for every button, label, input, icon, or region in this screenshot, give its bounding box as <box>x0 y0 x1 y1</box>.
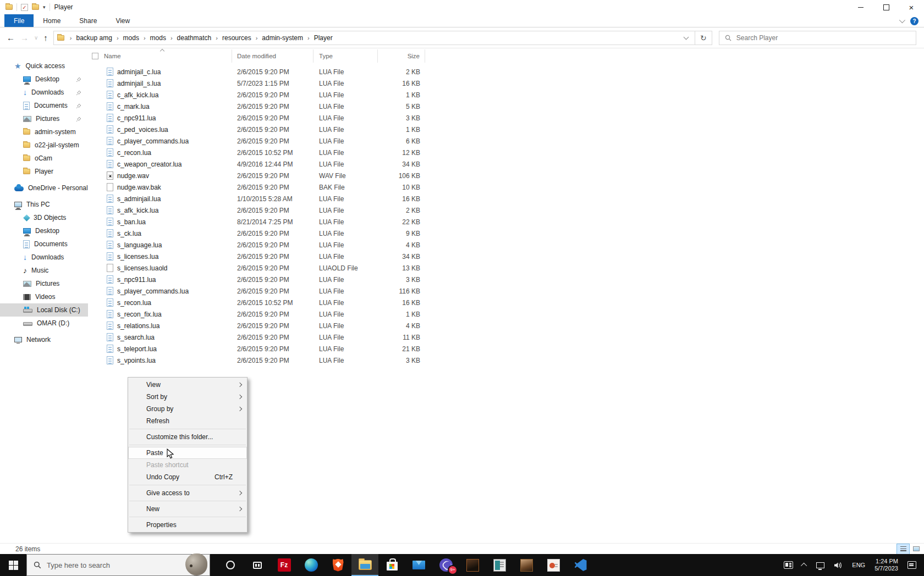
vscode-taskbar-button[interactable] <box>567 554 594 576</box>
file-row[interactable]: adminjail_s.lua5/7/2023 1:15 PMLUA File1… <box>88 77 924 89</box>
address-dropdown-chevron-icon[interactable] <box>683 34 689 40</box>
app-photo-dark-taskbar-button[interactable] <box>459 554 486 576</box>
recent-locations-chevron-icon[interactable]: ∨ <box>34 35 38 41</box>
tab-view[interactable]: View <box>106 14 139 27</box>
edge-taskbar-button[interactable] <box>298 554 324 576</box>
file-row[interactable]: s_afk_kick.lua2/6/2015 9:20 PMLUA File2 … <box>88 204 924 216</box>
column-header-date-modified[interactable]: Date modified <box>232 49 314 63</box>
language-indicator[interactable]: ENG <box>852 562 865 568</box>
file-row[interactable]: adminjail_c.lua2/6/2015 9:20 PMLUA File2… <box>88 66 924 77</box>
search-input[interactable]: Search Player <box>719 31 916 45</box>
sidebar-item-desktop[interactable]: Desktop <box>0 224 88 237</box>
menu-item-view[interactable]: View <box>128 379 247 391</box>
sidebar-item-documents[interactable]: Documents <box>0 237 88 251</box>
sidebar-section-this-pc[interactable]: This PC <box>0 198 88 211</box>
app-teal-window-taskbar-button[interactable] <box>486 554 513 576</box>
menu-item-paste[interactable]: Paste <box>128 447 247 459</box>
brave-taskbar-button[interactable] <box>324 554 351 576</box>
sidebar-section-network[interactable]: Network <box>0 333 88 346</box>
mail-taskbar-button[interactable] <box>405 554 432 576</box>
file-row[interactable]: s_language.lua2/6/2015 9:20 PMLUA File4 … <box>88 239 924 251</box>
menu-item-refresh[interactable]: Refresh <box>128 415 247 427</box>
close-button[interactable]: × <box>899 0 924 14</box>
sidebar-section-onedrive-personal[interactable]: OneDrive - Personal <box>0 181 88 195</box>
file-row[interactable]: c_weapon_creator.lua4/9/2016 12:44 PMLUA… <box>88 158 924 170</box>
column-header-name[interactable]: Name <box>88 49 232 63</box>
file-row[interactable]: c_npc911.lua2/6/2015 9:20 PMLUA File3 KB <box>88 112 924 124</box>
cortana-taskbar-button[interactable] <box>217 554 244 576</box>
breadcrumb-item[interactable]: resources <box>222 34 251 42</box>
action-center-icon[interactable] <box>908 561 916 569</box>
refresh-icon[interactable]: ↻ <box>695 34 712 42</box>
app-photo-taskbar-button[interactable] <box>513 554 540 576</box>
tab-file[interactable]: File <box>4 14 34 27</box>
file-row[interactable]: s_recon_fix.lua2/6/2015 9:20 PMLUA File1… <box>88 308 924 320</box>
menu-item-sort-by[interactable]: Sort by <box>128 391 247 403</box>
xbox-taskbar-button[interactable]: 9+ <box>432 554 459 576</box>
file-row[interactable]: s_licenses.luaold2/6/2015 9:20 PMLUAOLD … <box>88 262 924 274</box>
expand-ribbon-chevron-icon[interactable] <box>899 17 905 23</box>
select-all-checkbox[interactable] <box>92 53 98 59</box>
address-bar[interactable]: ›backup amg›mods›mods›deathmatch›resourc… <box>53 31 712 45</box>
file-row[interactable]: s_search.lua2/6/2015 9:20 PMLUA File11 K… <box>88 331 924 343</box>
file-row[interactable]: nudge.wav2/6/2015 9:20 PMWAV File106 KB <box>88 170 924 181</box>
sidebar-item-documents[interactable]: Documents <box>0 99 88 112</box>
help-icon[interactable]: ? <box>910 17 919 25</box>
details-view-button[interactable] <box>897 544 910 555</box>
up-button[interactable]: ↑ <box>43 33 48 42</box>
file-row[interactable]: s_adminjail.lua1/10/2015 5:28 AMLUA File… <box>88 193 924 204</box>
menu-item-undo-copy[interactable]: Undo CopyCtrl+Z <box>128 471 247 483</box>
menu-item-give-access-to[interactable]: Give access to <box>128 487 247 499</box>
breadcrumb-item[interactable]: mods <box>123 34 139 42</box>
sidebar-section-quick-access[interactable]: ★Quick access <box>0 59 88 73</box>
sidebar-item-downloads[interactable]: ↓Downloads <box>0 251 88 264</box>
file-row[interactable]: s_teleport.lua2/6/2015 9:20 PMLUA File21… <box>88 343 924 355</box>
news-widget-icon[interactable] <box>784 561 793 569</box>
start-button[interactable] <box>0 554 26 576</box>
sidebar-item-omar-d-[interactable]: OMAR (D:) <box>0 317 88 330</box>
menu-item-new[interactable]: New <box>128 503 247 515</box>
sidebar-item-player[interactable]: Player <box>0 165 88 178</box>
file-row[interactable]: nudge.wav.bak2/6/2015 9:20 PMBAK File10 … <box>88 181 924 193</box>
sidebar-item-ocam[interactable]: oCam <box>0 152 88 165</box>
file-row[interactable]: c_ped_voices.lua2/6/2015 9:20 PMLUA File… <box>88 124 924 135</box>
taskbar-search-input[interactable]: Type here to search <box>26 554 210 576</box>
file-row[interactable]: s_ck.lua2/6/2015 9:20 PMLUA File9 KB <box>88 228 924 239</box>
menu-item-customize-this-folder-[interactable]: Customize this folder... <box>128 431 247 443</box>
app-powerpoint-taskbar-button[interactable] <box>540 554 567 576</box>
menu-item-group-by[interactable]: Group by <box>128 403 247 415</box>
file-explorer-taskbar-button[interactable] <box>351 554 378 576</box>
column-header-size[interactable]: Size <box>378 49 425 63</box>
network-icon[interactable] <box>816 562 824 568</box>
file-row[interactable]: s_licenses.lua2/6/2015 9:20 PMLUA File34… <box>88 251 924 262</box>
new-folder-icon[interactable] <box>32 4 39 10</box>
customize-qat-chevron-icon[interactable]: ▾ <box>43 4 46 10</box>
sidebar-item-downloads[interactable]: ↓Downloads <box>0 86 88 99</box>
breadcrumb-item[interactable]: Player <box>314 34 333 42</box>
file-row[interactable]: c_player_commands.lua2/6/2015 9:20 PMLUA… <box>88 135 924 147</box>
hidden-icons-chevron-icon[interactable] <box>801 563 807 569</box>
menu-item-properties[interactable]: Properties <box>128 519 247 531</box>
sidebar-item-pictures[interactable]: Pictures <box>0 277 88 290</box>
file-row[interactable]: c_recon.lua2/6/2015 10:52 PMLUA File12 K… <box>88 147 924 158</box>
sidebar-item-music[interactable]: ♪Music <box>0 264 88 277</box>
properties-check-icon[interactable]: ✓ <box>21 4 28 11</box>
microsoft-store-taskbar-button[interactable] <box>378 554 405 576</box>
forward-button[interactable]: → <box>20 33 29 42</box>
search-highlight-image[interactable] <box>185 553 207 575</box>
large-icons-view-button[interactable] <box>910 544 923 555</box>
breadcrumb-item[interactable]: admin-system <box>262 34 303 42</box>
file-row[interactable]: s_player_commands.lua2/6/2015 9:20 PMLUA… <box>88 285 924 297</box>
column-header-type[interactable]: Type <box>314 49 378 63</box>
sidebar-item-desktop[interactable]: Desktop <box>0 73 88 86</box>
tab-share[interactable]: Share <box>70 14 106 27</box>
file-row[interactable]: s_relations.lua2/6/2015 9:20 PMLUA File4… <box>88 320 924 331</box>
task-view-taskbar-button[interactable] <box>244 554 271 576</box>
minimize-button[interactable] <box>848 0 873 14</box>
file-row[interactable]: c_mark.lua2/6/2015 9:20 PMLUA File5 KB <box>88 101 924 112</box>
breadcrumb-item[interactable]: deathmatch <box>177 34 212 42</box>
sidebar-item-local-disk-c-[interactable]: Local Disk (C:) <box>0 303 88 317</box>
file-row[interactable]: s_npc911.lua2/6/2015 9:20 PMLUA File3 KB <box>88 274 924 285</box>
sidebar-item-pictures[interactable]: Pictures <box>0 112 88 125</box>
filezilla-taskbar-button[interactable]: Fz <box>271 554 298 576</box>
